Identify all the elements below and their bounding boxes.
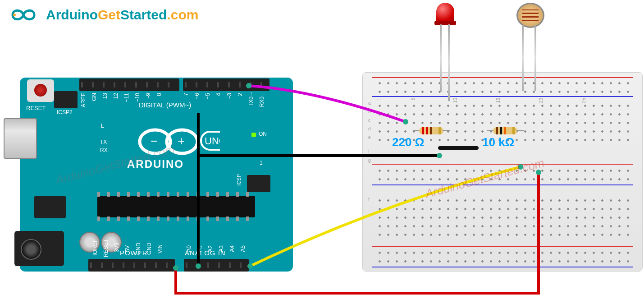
svg-text:+: + [13, 12, 16, 18]
arduino-uno-board: RESET ICSP2 ICSP DIGITAL (PWM~) POWER AN… [4, 69, 293, 272]
led-l-label: L [101, 123, 104, 129]
atmega-chip-icon [97, 196, 255, 217]
resistor-220-ohm-icon [413, 127, 450, 134]
usb-port-icon [4, 118, 37, 159]
smd-chip-icon [34, 196, 66, 218]
photoresistor-icon [514, 3, 545, 84]
power-header [88, 259, 175, 272]
infinity-logo-icon: + [4, 4, 43, 26]
resistor-220-label: 220 Ω [392, 135, 424, 149]
svg-text:+: + [178, 134, 185, 148]
red-led-icon [432, 3, 459, 84]
icsp-header-icon [247, 175, 270, 192]
breadboard-jumper-black-icon [438, 146, 479, 150]
breadboard: a b c d e f g f 1 5 10 15 20 25 [362, 72, 643, 272]
on-led-icon [251, 133, 256, 137]
reset-label: RESET [26, 105, 46, 111]
reset-button-icon [27, 79, 54, 102]
icsp2-header-icon [54, 91, 78, 108]
analog-header [184, 259, 249, 272]
icsp-label: ICSP [236, 174, 242, 186]
on-label: ON [259, 131, 267, 137]
resistor-10k-label: 10 kΩ [482, 135, 514, 149]
arduino-brand-label: ARDUINO [127, 158, 184, 170]
svg-text:−: − [151, 134, 158, 148]
digital-pin-1-label: 1 [260, 160, 263, 166]
digital-pwm-label: DIGITAL (PWM~) [139, 101, 191, 109]
rx-label: RX [100, 147, 108, 153]
digital-header-right [183, 78, 269, 91]
icsp2-label: ICSP2 [57, 109, 73, 115]
site-title: ArduinoGetStarted.com [46, 7, 198, 23]
uno-label: UNO [205, 135, 220, 147]
tx-label: TX [100, 139, 107, 145]
digital-header-left [79, 78, 179, 91]
site-logo: + ArduinoGetStarted.com [4, 4, 198, 26]
barrel-jack-icon [14, 231, 64, 266]
resistor-10k-ohm-icon [487, 127, 524, 134]
